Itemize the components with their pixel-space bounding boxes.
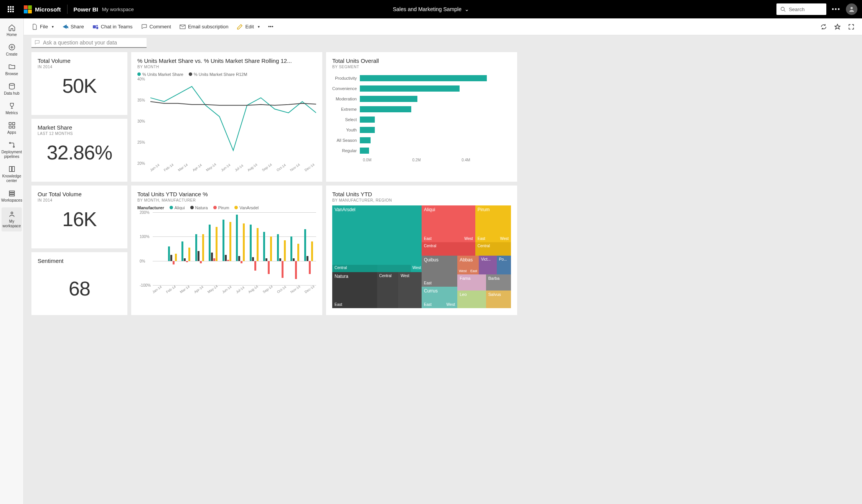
divider (67, 5, 68, 14)
search-icon (780, 7, 786, 12)
search-input[interactable]: Search (776, 3, 826, 15)
app-launcher-icon[interactable] (5, 3, 17, 15)
svg-point-0 (781, 7, 785, 11)
search-placeholder: Search (789, 7, 804, 12)
microsoft-text: Microsoft (35, 6, 61, 13)
svg-point-2 (850, 7, 853, 9)
more-options-button[interactable]: ••• (832, 6, 841, 13)
svg-line-1 (784, 10, 786, 12)
report-title: Sales and Marketing Sample (393, 6, 461, 12)
workspace-name[interactable]: My workspace (102, 7, 134, 12)
person-icon (849, 6, 855, 12)
microsoft-logo: Microsoft (24, 5, 61, 13)
chevron-down-icon: ⌄ (465, 6, 469, 12)
product-brand[interactable]: Power BI (74, 6, 98, 13)
global-header: Microsoft Power BI My workspace Sales an… (0, 0, 862, 18)
user-avatar[interactable] (846, 3, 857, 15)
report-title-dropdown[interactable]: Sales and Marketing Sample ⌄ (393, 6, 469, 12)
